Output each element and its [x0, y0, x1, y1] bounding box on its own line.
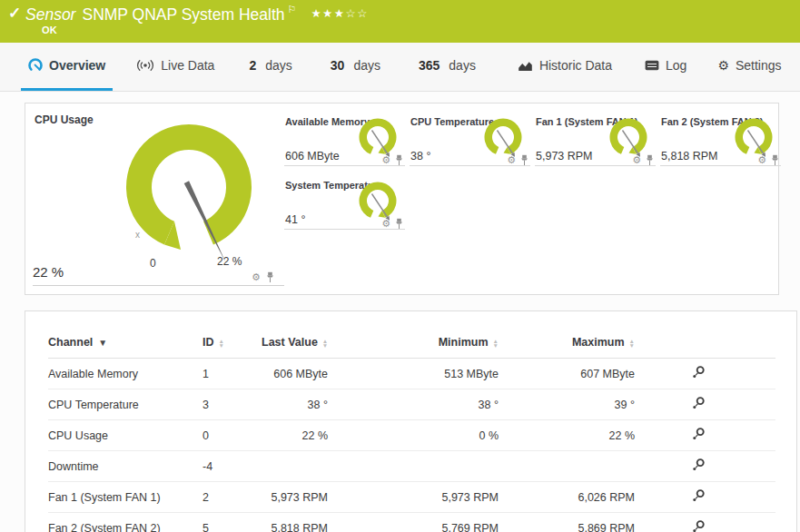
- status-ok-check-icon: ✓: [8, 4, 21, 23]
- tab-label: days: [353, 58, 380, 73]
- pin-icon[interactable]: [395, 218, 403, 230]
- table-row[interactable]: CPU Temperature 3 38 ° 38 ° 39 °: [48, 389, 775, 420]
- cell-channel: Fan 1 (System FAN 1): [48, 482, 202, 513]
- tab-label: Log: [666, 58, 686, 73]
- channel-table: Channel▼ ID▲▼ Last Value▲▼ Minimum▲▼ Max…: [48, 328, 775, 532]
- tab-label: Overview: [49, 58, 105, 73]
- cell-maximum: 6,026 RPM: [499, 482, 635, 513]
- tab-historic-data[interactable]: Historic Data: [510, 43, 619, 91]
- cell-id: 5: [202, 513, 262, 532]
- pin-icon[interactable]: [395, 154, 403, 166]
- gauge-tile-cpu-temperature: CPU Temperature 38 ° ⚙: [410, 114, 530, 166]
- edit-channel-icon[interactable]: [691, 427, 706, 441]
- tile-value: 606 MByte: [285, 150, 340, 163]
- sort-icon: ▲▼: [629, 339, 635, 348]
- table-row[interactable]: Available Memory 1 606 MByte 513 MByte 6…: [48, 359, 775, 389]
- cell-maximum: 22 %: [499, 420, 635, 451]
- edit-channel-icon[interactable]: [691, 396, 706, 410]
- tab-label: Settings: [736, 58, 782, 73]
- sort-icon: ▲▼: [219, 339, 224, 348]
- sensor-title: SNMP QNAP System Health: [82, 5, 284, 24]
- tab-30-days[interactable]: 30 days: [323, 43, 388, 91]
- tab-label: days: [265, 58, 292, 73]
- cell-maximum: 607 MByte: [499, 359, 635, 389]
- tile-value: 41 °: [285, 213, 305, 226]
- cell-actions: [635, 389, 775, 420]
- cell-actions: [635, 420, 775, 451]
- pin-icon[interactable]: [646, 154, 654, 166]
- tile-value: 38 °: [410, 150, 430, 163]
- cell-channel: CPU Temperature: [48, 389, 202, 420]
- cell-maximum: 39 °: [499, 389, 635, 420]
- tab-label: Historic Data: [539, 58, 612, 73]
- sort-icon: ▲▼: [493, 339, 499, 348]
- edit-channel-icon[interactable]: [691, 365, 706, 379]
- edit-channel-icon[interactable]: [691, 458, 706, 472]
- pin-icon[interactable]: [520, 154, 528, 166]
- cpu-usage-value: 22 %: [33, 264, 64, 280]
- flag-icon: ⚐: [288, 4, 297, 15]
- pin-icon[interactable]: [771, 154, 779, 166]
- gauges-panel: CPU Usage x 0 22 % 22 % ⚙ Available Memo…: [25, 103, 779, 295]
- table-row[interactable]: Fan 1 (System FAN 1) 2 5,973 RPM 5,973 R…: [48, 482, 775, 513]
- log-icon: [645, 60, 659, 71]
- tab-365-days[interactable]: 365 days: [411, 43, 483, 91]
- sensor-tab-bar: Overview Live Data 2 days 30 days 365 da…: [0, 43, 800, 92]
- cell-maximum: [499, 451, 635, 482]
- tab-settings[interactable]: ⚙ Settings: [710, 43, 788, 91]
- object-kind-label: Sensor: [25, 5, 75, 24]
- edit-channel-icon[interactable]: [691, 488, 706, 503]
- table-row[interactable]: Fan 2 (System FAN 2) 5 5,818 RPM 5,769 R…: [48, 513, 775, 532]
- cell-actions: [635, 359, 775, 389]
- channel-gear-icon[interactable]: ⚙: [381, 219, 390, 229]
- tab-label: Live Data: [161, 58, 214, 73]
- cell-id: -4: [202, 451, 262, 482]
- table-header-row: Channel▼ ID▲▼ Last Value▲▼ Minimum▲▼ Max…: [48, 328, 775, 359]
- main-gauge-title: CPU Usage: [35, 113, 94, 126]
- edit-channel-icon[interactable]: [691, 519, 706, 532]
- cell-minimum: 0 %: [328, 420, 499, 451]
- cell-last-value: 5,818 RPM: [262, 513, 328, 532]
- column-header-maximum[interactable]: Maximum▲▼: [499, 328, 635, 359]
- sensor-header: ✓ SensorSNMP QNAP System Health⚐★★★☆☆ OK: [0, 0, 800, 43]
- column-header-channel[interactable]: Channel▼: [48, 328, 202, 359]
- tile-value: 5,973 RPM: [536, 150, 593, 163]
- channel-gear-icon[interactable]: ⚙: [507, 155, 516, 165]
- tab-number: 30: [331, 58, 345, 73]
- column-header-minimum[interactable]: Minimum▲▼: [328, 328, 499, 359]
- channel-gear-icon[interactable]: ⚙: [757, 155, 766, 165]
- column-label: ID: [202, 336, 214, 349]
- table-row[interactable]: CPU Usage 0 22 % 0 % 22 %: [48, 420, 775, 451]
- cell-last-value: 22 %: [262, 420, 328, 451]
- cell-last-value: 38 °: [262, 389, 328, 420]
- channel-gear-icon[interactable]: ⚙: [381, 155, 390, 165]
- tab-log[interactable]: Log: [637, 43, 694, 91]
- table-row[interactable]: Downtime -4: [48, 451, 775, 482]
- cell-id: 0: [202, 420, 262, 451]
- cell-actions: [635, 451, 775, 482]
- tab-label: days: [449, 58, 476, 73]
- column-header-id[interactable]: ID▲▼: [202, 328, 262, 359]
- channel-gear-icon[interactable]: ⚙: [252, 272, 261, 282]
- gauge-tile-fan-2: Fan 2 (System FAN 2) 5,818 RPM ⚙: [660, 114, 781, 166]
- column-header-last-value[interactable]: Last Value▲▼: [262, 328, 328, 359]
- tab-2-days[interactable]: 2 days: [242, 43, 299, 91]
- cell-minimum: 513 MByte: [328, 359, 499, 389]
- channel-table-panel: Channel▼ ID▲▼ Last Value▲▼ Minimum▲▼ Max…: [25, 310, 797, 532]
- cell-actions: [635, 513, 775, 532]
- cell-minimum: 5,769 RPM: [328, 513, 499, 532]
- cell-maximum: 5,869 RPM: [499, 513, 635, 532]
- column-label: Maximum: [572, 336, 625, 349]
- sort-desc-icon: ▼: [98, 338, 107, 348]
- priority-stars[interactable]: ★★★☆☆: [311, 7, 369, 20]
- cell-minimum: 5,973 RPM: [328, 482, 499, 513]
- tab-overview[interactable]: Overview: [21, 43, 113, 91]
- cell-minimum: [328, 451, 499, 482]
- cell-minimum: 38 °: [328, 389, 499, 420]
- cell-id: 2: [202, 482, 262, 513]
- channel-gear-icon[interactable]: ⚙: [632, 155, 641, 165]
- cell-actions: [635, 482, 775, 513]
- tab-live-data[interactable]: Live Data: [129, 43, 222, 91]
- pin-icon[interactable]: [266, 271, 274, 283]
- divider: [33, 285, 284, 286]
